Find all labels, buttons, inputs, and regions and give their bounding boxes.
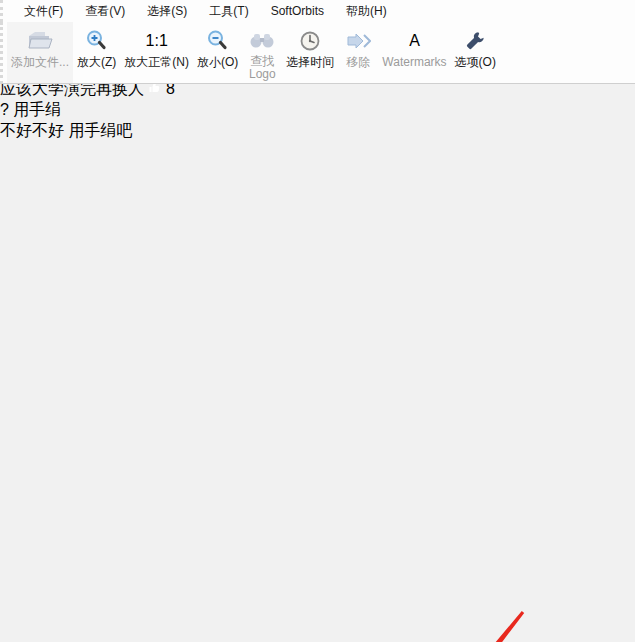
watermarks-button[interactable]: A Watermarks bbox=[378, 22, 450, 83]
zoom-in-icon bbox=[85, 26, 109, 56]
options-label: 选项(O) bbox=[455, 56, 496, 69]
zoom-out-label: 放小(O) bbox=[197, 56, 238, 69]
zoom-out-icon bbox=[206, 26, 230, 56]
menu-file[interactable]: 文件(F) bbox=[13, 0, 74, 23]
forward-arrow-icon bbox=[345, 26, 371, 56]
letter-a-icon: A bbox=[409, 32, 420, 50]
clock-icon bbox=[298, 26, 322, 56]
menu-tools[interactable]: 工具(T) bbox=[198, 0, 259, 23]
toolbar: 添加文件... 放大(Z) 1:1 放大正常(N) bbox=[0, 22, 635, 84]
one-to-one-icon: 1:1 bbox=[146, 26, 168, 56]
zoom-in-label: 放大(Z) bbox=[77, 56, 116, 69]
binoculars-icon bbox=[249, 26, 275, 55]
menu-help[interactable]: 帮助(H) bbox=[335, 0, 398, 23]
watermarks-label: Watermarks bbox=[382, 56, 446, 69]
add-files-label: 添加文件... bbox=[11, 56, 69, 69]
find-logo-button[interactable]: 查找 Logo bbox=[242, 22, 282, 83]
folder-icon bbox=[27, 26, 53, 56]
red-arrow-annotation bbox=[0, 142, 635, 642]
app-window: 文件(F) 查看(V) 选择(S) 工具(T) SoftOrbits 帮助(H)… bbox=[0, 0, 635, 642]
find-logo-label-line2: Logo bbox=[249, 68, 276, 81]
add-files-button[interactable]: 添加文件... bbox=[7, 22, 73, 83]
watermark-selection-box[interactable]: ? 用手绢 不好不好 用手绢吧 bbox=[0, 100, 635, 142]
selection-overlay-text: ? 用手绢 bbox=[0, 100, 635, 121]
remove-label: 移除 bbox=[346, 56, 370, 69]
select-time-label: 选择时间 bbox=[286, 56, 334, 69]
zoom-normal-label: 放大正常(N) bbox=[124, 56, 189, 69]
menu-bar: 文件(F) 查看(V) 选择(S) 工具(T) SoftOrbits 帮助(H) bbox=[0, 0, 635, 22]
menu-view[interactable]: 查看(V) bbox=[74, 0, 136, 23]
overlay-text-line1: 用手绢 bbox=[13, 101, 61, 118]
wrench-icon bbox=[463, 26, 487, 56]
select-time-button[interactable]: 选择时间 bbox=[282, 22, 338, 83]
zoom-in-button[interactable]: 放大(Z) bbox=[73, 22, 120, 83]
menu-softorbits[interactable]: SoftOrbits bbox=[260, 1, 335, 21]
zoom-out-button[interactable]: 放小(O) bbox=[193, 22, 242, 83]
overlay-text-line2: 不好不好 用手绢吧 bbox=[0, 121, 635, 142]
options-button[interactable]: 选项(O) bbox=[451, 22, 500, 83]
circled-question-icon: ? bbox=[0, 101, 9, 118]
menu-select[interactable]: 选择(S) bbox=[136, 0, 198, 23]
zoom-normal-button[interactable]: 1:1 放大正常(N) bbox=[120, 22, 193, 83]
remove-button[interactable]: 移除 bbox=[338, 22, 378, 83]
